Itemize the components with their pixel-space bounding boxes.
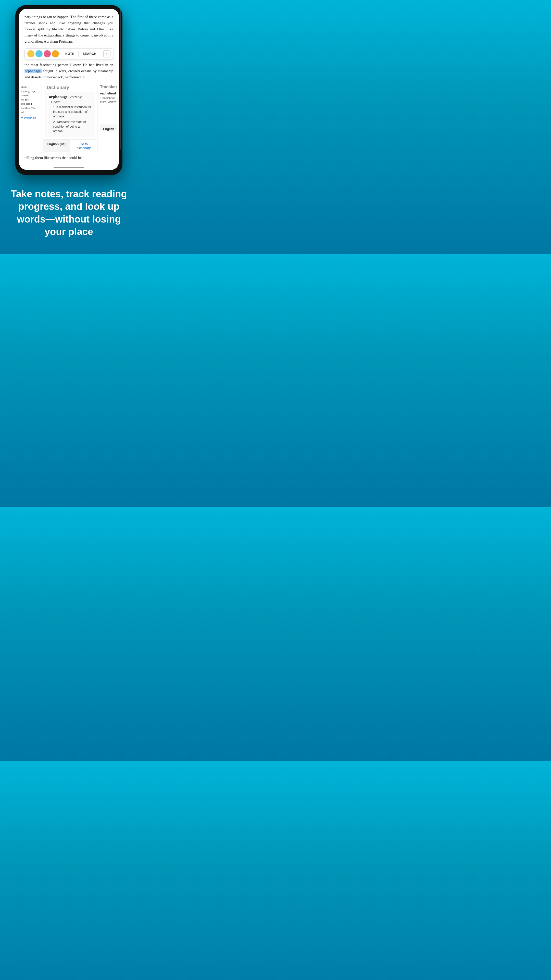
definition-2: 2. <archaic> the state or condition of b… [53,120,91,134]
left-panel-line3: care of [21,93,40,97]
english-us-button[interactable]: English (US) [43,140,70,152]
go-to-dictionary-link[interactable]: Go to dictionary [70,140,97,152]
tagline-text: Take notes, track reading progress, and … [8,188,130,239]
phone-container: nary things began to happen. The first o… [0,0,138,175]
color-orange[interactable] [52,50,59,57]
search-button[interactable]: SEARCH [81,51,98,57]
left-panel-line4: ho, for [21,97,40,102]
right-panel: Translate orphelinat Translations more, … [98,82,119,153]
arrow-icon: › [106,52,107,56]
word-entry: orphanage /'ôrfenij/ [49,95,91,99]
left-panel-line6: families. The [21,106,40,110]
highlight-toolbar[interactable]: NOTE SEARCH › [24,48,113,59]
highlighted-word: orphanage, [24,69,42,73]
home-indicator [19,165,119,170]
phone-frame: nary things began to happen. The first o… [15,5,122,175]
toolbar-arrow-btn[interactable]: › [103,50,110,57]
word-pos: I. noun [51,100,91,104]
panels-row: ential ion or group care of ho, for t be… [19,82,119,153]
book-text-before-highlight: the most fascinating person I knew. He h… [24,63,113,67]
word-phonetic: /'ôrfenij/ [70,95,82,99]
word-title: orphanage [49,95,68,99]
dictionary-panel: Dictionary orphanage /'ôrfenij/ I. noun … [43,82,97,153]
right-panel-word: orphelinat [100,91,118,95]
left-panel-line7: ed [21,110,40,115]
wikipedia-link[interactable]: to Wikipedia [21,116,40,119]
book-text-middle: the most fascinating person I knew. He h… [19,59,119,82]
color-pink[interactable] [44,50,51,57]
right-panel-text: Translations more, visit w [100,96,118,104]
left-panel-line1: ential [21,85,40,89]
left-panel: ential ion or group care of ho, for t be… [19,82,42,153]
tagline-section: Take notes, track reading progress, and … [0,175,138,254]
left-panel-line5: t be cared [21,102,40,106]
phone-screen: nary things began to happen. The first o… [19,9,119,170]
book-text-bottom: telling them like secrets that could be [19,153,119,165]
left-panel-text-area: ential ion or group care of ho, for t be… [21,85,40,115]
toolbar-divider [61,51,61,57]
color-blue[interactable] [35,50,43,57]
dictionary-content: orphanage /'ôrfenij/ I. noun 1. a reside… [45,92,95,137]
toolbar-divider2 [78,51,79,57]
dictionary-footer: English (US) Go to dictionary [43,139,97,152]
right-panel-footer-btn[interactable]: English [100,124,118,131]
scrollbar-hint [120,10,121,150]
book-text-top: nary things began to happen. The first o… [19,9,119,48]
note-button[interactable]: NOTE [63,51,76,57]
right-panel-header: Translate [100,85,118,89]
definition-1: 1. a residential institution for the car… [53,105,91,119]
left-panel-line2: ion or group [21,89,40,94]
color-yellow[interactable] [27,50,35,57]
dictionary-header: Dictionary [43,82,97,92]
home-bar [54,167,84,168]
